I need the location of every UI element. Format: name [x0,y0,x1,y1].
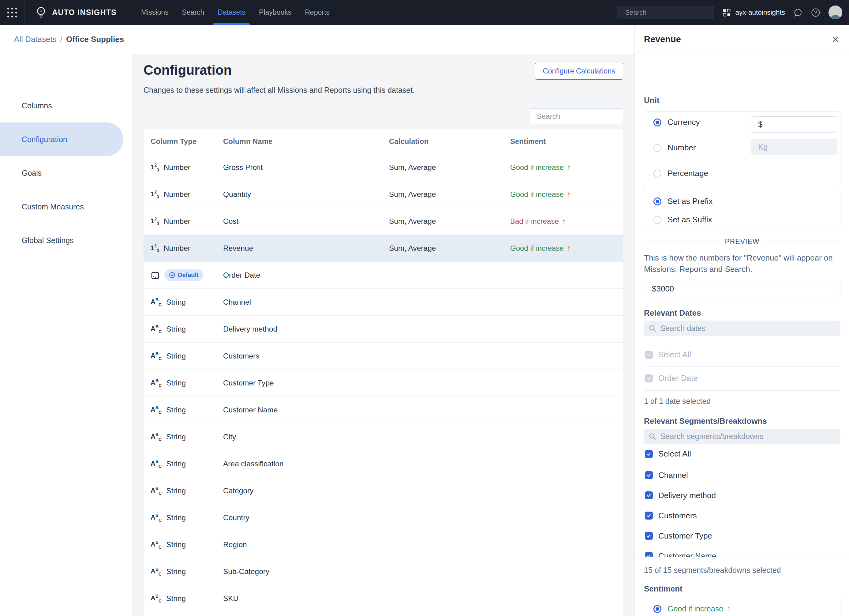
sidebar-item-configuration[interactable]: Configuration [0,122,123,156]
unit-percentage-label: Percentage [667,169,708,178]
table-search-input[interactable] [537,112,632,121]
nav-link-playbooks[interactable]: Playbooks [252,0,298,25]
segment-checkbox[interactable]: Channel [645,465,849,485]
string-type-icon: ABC [150,379,162,388]
brand-title: AUTO INSIGHTS [52,8,117,17]
set-as-suffix-radio[interactable]: Set as Suffix [654,215,712,224]
sentiment-value: Bad if increase↑ [510,216,623,226]
table-row[interactable]: 123 ABC String SKU ↑ [143,585,623,612]
column-name: Gross Profit [223,163,389,172]
nav-link-search[interactable]: Search [175,0,211,25]
global-search-box[interactable] [617,6,714,19]
breadcrumb-all-datasets[interactable]: All Datasets [14,34,57,44]
column-type-label: String [166,352,186,360]
string-type-icon: ABC [150,325,162,334]
column-type-label: String [166,567,186,576]
table-row[interactable]: 123 ABC String City ↑ [143,424,623,450]
calendar-type-icon [150,271,160,280]
table-row[interactable]: 123 ABC String Delivery method ↑ [143,316,623,343]
segments-search-box[interactable] [644,429,840,444]
segments-select-all-checkbox[interactable]: Select All [645,449,691,459]
unit-percentage-radio[interactable]: Percentage [654,169,708,178]
sidebar-item-custom-measures[interactable]: Custom Measures [0,190,132,224]
set-as-prefix-radio[interactable]: Set as Prefix [654,197,712,206]
user-avatar[interactable] [828,6,842,19]
column-type-label: Number [164,163,191,172]
order-date-checkbox[interactable]: Order Date [645,373,698,383]
nav-link-missions[interactable]: Missions [134,0,175,25]
nav-link-reports[interactable]: Reports [298,0,337,25]
segment-label: Customer Type [658,531,712,541]
apps-grid-icon [7,7,17,18]
table-row[interactable]: 123 ABC Default Order Date ↑ [143,262,623,289]
top-nav: AUTO INSIGHTS Missions Search Datasets P… [0,0,849,25]
table-row[interactable]: 123 ABC String Area classification ↑ [143,450,623,477]
string-type-icon: ABC [150,432,162,441]
table-header: Column Type Column Name Calculation Sent… [143,129,623,154]
arrow-up-icon: ↑ [727,604,731,613]
segment-checkbox[interactable]: Customers [645,506,849,526]
indeterminate-checkbox-icon [645,351,653,359]
close-panel-button[interactable] [831,35,840,43]
preview-description: This is how the numbers for "Revenue" wi… [644,252,848,275]
sidebar-item-goals[interactable]: Goals [0,156,132,190]
dates-select-all-checkbox[interactable]: Select All [645,350,691,359]
preview-value: $3000 [652,284,674,294]
number-unit-input[interactable] [751,139,837,155]
table-row[interactable]: 123 ABC String Region ↑ [143,531,623,558]
dates-search-input[interactable] [660,324,836,333]
column-type-label: String [166,486,186,495]
table-search-box[interactable] [529,108,623,124]
table-row[interactable]: 123 ABC String Channel ↑ [143,289,623,316]
order-date-label: Order Date [658,373,698,383]
table-row[interactable]: 123 ABC String Country ↑ [143,504,623,531]
table-row[interactable]: 123 ABC String Category ↑ [143,477,623,504]
sidebar-item-global-settings[interactable]: Global Settings [0,224,132,257]
segment-checkbox[interactable]: Customer Name [645,546,849,557]
column-name: Sub-Category [223,567,389,576]
column-name: Country [223,513,389,522]
radio-icon [654,216,661,224]
sentiment-good-radio[interactable]: Good if increase↑ [654,604,731,613]
unit-currency-radio[interactable]: Currency [654,118,700,127]
string-type-icon: ABC [150,352,162,361]
currency-symbol-input[interactable] [751,116,837,133]
table-row[interactable]: 123 ABC String Customer Type ↑ [143,370,623,397]
table-row[interactable]: 123 ABC String Customers ↑ [143,343,623,370]
column-type-label: Number [164,244,191,253]
dates-search-box[interactable] [644,321,840,336]
set-as-suffix-label: Set as Suffix [667,215,712,224]
sidebar-item-columns[interactable]: Columns [0,89,132,122]
number-type-icon: 123 [150,190,159,199]
chat-bubble-icon [793,7,803,18]
configure-calculations-button[interactable]: Configure Calculations [535,63,623,80]
table-row[interactable]: 123 ABC Number Revenue Sum, Average Good… [143,235,623,262]
column-name: Order Date [223,271,389,279]
table-row[interactable]: 123 ABC String Customer Name ↑ [143,397,623,424]
string-type-icon: ABC [150,540,162,549]
global-search-input[interactable] [625,9,713,16]
table-row[interactable]: 123 ABC Number Gross Profit Sum, Average… [143,154,623,181]
column-type-label: String [166,406,186,414]
table-row[interactable]: 123 ABC String Sub-Category ↑ [143,558,623,585]
table-row[interactable]: 123 ABC Number Cost Sum, Average Bad if … [143,208,623,235]
relevant-dates-label: Relevant Dates [644,308,701,318]
column-name: SKU [223,594,389,603]
chat-button[interactable] [793,7,803,18]
segment-checkbox[interactable]: Customer Type [645,526,849,546]
segments-search-input[interactable] [660,432,836,441]
workspace-menu[interactable]: ayx-autoinsights [722,8,785,17]
column-name: Revenue [223,244,389,253]
header-calculation: Calculation [389,137,510,146]
app-switcher-button[interactable] [0,0,24,25]
table-row[interactable]: 123 ABC Number Quantity Sum, Average Goo… [143,181,623,208]
segment-label: Customer Name [658,551,716,557]
column-type-label: String [166,513,186,522]
number-type-icon: 123 [150,244,159,253]
unit-number-radio[interactable]: Number [654,143,696,152]
segment-label: Channel [658,471,688,480]
segment-checkbox[interactable]: Delivery method [645,485,849,506]
nav-link-datasets[interactable]: Datasets [211,0,252,25]
help-button[interactable]: ? [811,7,821,18]
breadcrumb: All Datasets / Office Supplies [0,25,635,54]
